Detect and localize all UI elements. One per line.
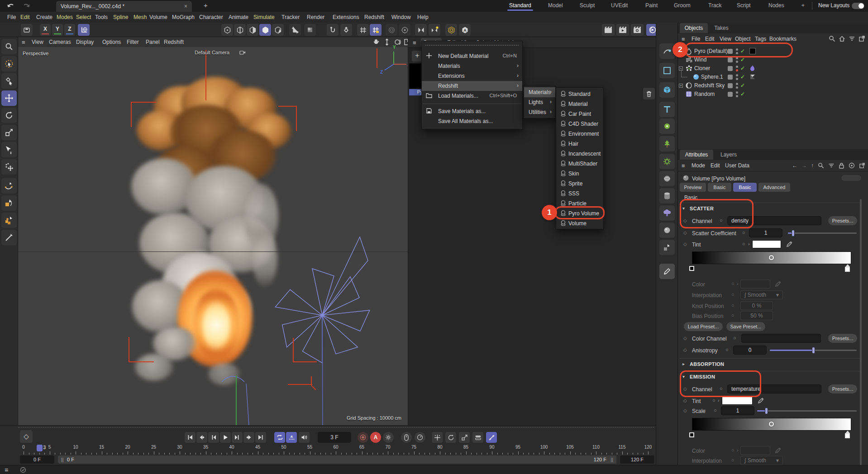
menu-item-extensions[interactable]: Extensions › [422, 71, 522, 81]
scale-field[interactable]: 1 [721, 406, 754, 415]
menu-item-redshift[interactable]: Redshift › [422, 81, 522, 91]
keyframe-circle-icon[interactable]: ○ [742, 230, 745, 235]
simulation-sphere-strip-icon[interactable] [659, 171, 675, 186]
volume-strip-icon[interactable] [659, 205, 675, 221]
points-mode-icon[interactable] [221, 24, 233, 36]
color-channel-presets-button[interactable]: Presets... [828, 334, 857, 343]
menu-tools[interactable]: Tools [95, 14, 108, 20]
snap-toggle-button[interactable] [486, 432, 497, 443]
grid-snap-icon[interactable] [357, 24, 369, 36]
viewport-menu-filter[interactable]: Filter [127, 39, 139, 45]
render-settings-icon[interactable] [631, 24, 644, 36]
rotation-key-button[interactable] [445, 432, 456, 443]
layout-tab-model[interactable]: Model [548, 2, 563, 9]
object-name[interactable]: Random [694, 91, 715, 97]
menu-item-material[interactable]: Material [556, 99, 603, 109]
lock-icon[interactable] [839, 162, 844, 169]
menu-item-hair[interactable]: Hair [556, 139, 603, 149]
cylinder-strip-icon[interactable] [659, 188, 675, 204]
scatter-coefficient-field[interactable]: 1 [749, 228, 782, 237]
range-grip-left[interactable]: || [61, 455, 64, 464]
menu-item-multishader[interactable]: MultiShader [556, 159, 603, 169]
tweak-tool-icon[interactable] [1, 73, 17, 89]
layout-tab-script[interactable]: Script [737, 2, 751, 9]
workplane-icon[interactable] [21, 24, 33, 36]
keyframe-circle-icon[interactable]: ○ [712, 398, 715, 403]
pyro-material-tag[interactable] [749, 48, 756, 54]
attributes-menu-edit[interactable]: Edit [711, 162, 720, 169]
z-axis-lock-button[interactable]: Z [64, 24, 75, 36]
menu-item-particle[interactable]: Particle [556, 199, 603, 209]
menu-create[interactable]: Create [36, 14, 52, 20]
delete-button[interactable] [643, 88, 655, 100]
previous-key-button[interactable] [196, 432, 207, 443]
menu-item-materials[interactable]: Materials › [422, 61, 522, 71]
menu-file[interactable]: File [7, 14, 16, 20]
viewport-menu-cameras[interactable]: Cameras [49, 39, 71, 45]
layout-tab-track[interactable]: Track [708, 2, 722, 9]
render-visibility-dot[interactable] [736, 95, 738, 97]
animatable-diamond-icon[interactable]: ◇ [683, 336, 687, 341]
color-channel-field[interactable] [741, 334, 821, 343]
polygons-mode-icon[interactable] [247, 24, 258, 36]
enabled-check-icon[interactable]: ✓ [740, 48, 745, 54]
tab-layers[interactable]: Layers [716, 150, 741, 160]
animatable-diamond-icon[interactable]: ◇ [683, 242, 687, 246]
search-icon[interactable] [818, 162, 824, 169]
back-arrow-icon[interactable]: ← [792, 162, 797, 169]
annotation-pencil-strip-icon[interactable] [659, 264, 675, 279]
emission-section-header[interactable]: ▾ EMISSION [678, 373, 868, 382]
keyframe-settings-button[interactable] [383, 432, 394, 443]
object-row-redshift-sky[interactable]: + Redshift Sky ✓ [678, 81, 868, 90]
coordinate-system-icon[interactable] [78, 24, 90, 36]
workplane-toggle-icon[interactable] [304, 24, 316, 36]
pyro-emitter-tag-icon[interactable] [749, 65, 755, 72]
viewport-burger-icon[interactable]: ≡ [22, 39, 25, 46]
objects-menu-tags[interactable]: Tags [755, 36, 766, 42]
symmetry-icon[interactable] [415, 24, 427, 36]
dynamics-gear-strip-icon[interactable] [659, 154, 675, 169]
viewport-menu-redshift[interactable]: Redshift [164, 39, 184, 45]
plant-strip-icon[interactable] [659, 136, 675, 152]
viewport-menu-view[interactable]: View [32, 39, 43, 45]
object-name[interactable]: Pyro (Default) [694, 48, 728, 54]
editor-visibility-dot[interactable] [736, 83, 738, 85]
phong-tag-icon[interactable] [749, 74, 756, 80]
record-keyframe-button[interactable] [358, 432, 368, 443]
menu-extensions[interactable]: Extensions [333, 14, 359, 20]
add-layout-button[interactable]: + [801, 2, 805, 9]
filter-icon[interactable] [849, 35, 855, 42]
model-mode-icon[interactable] [259, 24, 271, 36]
play-button[interactable] [220, 432, 231, 443]
status-burger-icon[interactable]: ≡ [5, 466, 8, 474]
next-key-button[interactable] [243, 432, 254, 443]
x-axis-lock-button[interactable]: X [40, 24, 51, 36]
keyframe-circle-icon[interactable]: ○ [720, 218, 723, 223]
object-name[interactable]: Sphere.1 [701, 74, 723, 80]
anisotropy-field[interactable]: 0 [733, 346, 767, 355]
gradient-mid-knot[interactable] [769, 422, 774, 427]
open-external-icon[interactable] [858, 35, 865, 42]
layer-toggle-icon[interactable] [728, 57, 733, 62]
axis-mode-icon[interactable] [289, 24, 301, 36]
keyframe-circle-icon[interactable]: ○ [720, 386, 723, 391]
layout-tab-groom[interactable]: Groom [674, 2, 691, 9]
playhead-marker[interactable] [37, 445, 43, 451]
load-preset-button[interactable]: Load Preset... [684, 322, 723, 331]
menu-item-incandescent[interactable]: Incandescent [556, 149, 603, 159]
loop-playback-button[interactable] [274, 432, 285, 443]
menu-select[interactable]: Select [76, 14, 91, 20]
tab-button-advanced[interactable]: Advanced [758, 183, 790, 192]
enabled-check-icon[interactable]: ✓ [740, 91, 745, 97]
attributes-menu-user-data[interactable]: User Data [725, 162, 749, 169]
menu-help[interactable]: Help [417, 14, 429, 20]
tab-objects[interactable]: Objects [680, 23, 708, 33]
find-icon[interactable] [1, 39, 17, 54]
render-visibility-dot[interactable] [736, 86, 738, 89]
objects-menu-bookmarks[interactable]: Bookmarks [769, 36, 796, 42]
gradient-mid-knot[interactable] [769, 255, 774, 260]
previous-frame-button[interactable] [208, 432, 219, 443]
attributes-burger-icon[interactable]: ≡ [682, 162, 685, 169]
object-name[interactable]: Wind [694, 57, 706, 63]
auto-mode-icon[interactable]: A [459, 24, 471, 36]
